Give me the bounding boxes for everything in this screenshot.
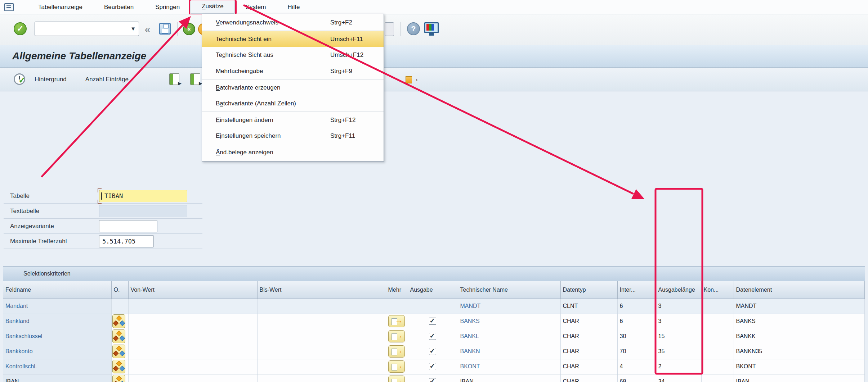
help-icon[interactable]: ? xyxy=(407,22,420,35)
bis-wert-cell[interactable] xyxy=(257,374,386,382)
panel-header: Selektionskriterien xyxy=(3,267,865,281)
menubar-item[interactable]: Zusätze xyxy=(191,1,234,14)
dropdown-menu-item[interactable]: Einstellungen speichern Strg+F11 xyxy=(202,128,384,144)
menubar-item[interactable]: Springen xyxy=(144,1,191,14)
dropdown-menu-item[interactable]: Einstellungen ändern Strg+F12 xyxy=(202,112,384,128)
column-header[interactable]: Datenelement xyxy=(734,281,865,299)
multiple-selection-button[interactable] xyxy=(388,330,405,342)
chevron-down-icon[interactable]: ▼ xyxy=(130,26,136,32)
column-header[interactable]: Feldname xyxy=(3,281,111,299)
ausgabe-cell xyxy=(408,299,458,314)
dropdown-menu-item[interactable]: Batchvariante erzeugen xyxy=(202,79,384,96)
bis-wert-cell[interactable] xyxy=(257,299,386,314)
datenelement-cell: BANKN35 xyxy=(734,344,865,359)
output-checkbox[interactable] xyxy=(429,333,436,340)
von-wert-cell[interactable] xyxy=(128,374,257,382)
menubar-item[interactable]: Tabellenanzeige xyxy=(27,1,93,14)
datenelement-cell: IBAN xyxy=(734,374,865,382)
technischer-name-cell: MANDT xyxy=(458,299,560,314)
ausgabelaenge-cell: 34 xyxy=(656,374,701,382)
selection-options-icon[interactable] xyxy=(112,314,125,328)
form-field-input[interactable] xyxy=(99,205,187,217)
form-field-input[interactable] xyxy=(99,220,157,232)
multiple-selection-button[interactable] xyxy=(388,360,405,373)
menu-item-label: Technische Sicht aus xyxy=(216,51,330,59)
interne-laenge-cell: 30 xyxy=(617,329,656,344)
selection-option-cell xyxy=(111,344,128,359)
bis-wert-cell[interactable] xyxy=(257,359,386,374)
partially-hidden-icon[interactable] xyxy=(385,22,394,36)
von-wert-cell[interactable] xyxy=(128,314,257,329)
von-wert-cell[interactable] xyxy=(128,299,257,314)
selection-criteria-panel: Selektionskriterien FeldnameO.Von-WertBi… xyxy=(3,266,865,382)
execute-background-icon[interactable] xyxy=(14,73,25,85)
column-header[interactable]: O. xyxy=(111,281,128,299)
collapse-icon[interactable]: « xyxy=(145,24,150,35)
column-header[interactable]: Inter... xyxy=(617,281,656,299)
new-session-monitor-icon[interactable] xyxy=(424,22,439,33)
column-header[interactable]: Ausgabelänge xyxy=(656,281,701,299)
form-row: Tabelle xyxy=(4,188,202,204)
back-icon[interactable]: « xyxy=(183,23,195,35)
ausgabelaenge-cell: 2 xyxy=(656,359,701,374)
enter-check-icon[interactable]: ✓ xyxy=(14,22,27,35)
distribute-icon[interactable] xyxy=(405,73,419,86)
table-header-row: FeldnameO.Von-WertBis-WertMehrAusgabeTec… xyxy=(3,281,865,299)
column-header[interactable]: Mehr xyxy=(386,281,408,299)
mehr-cell xyxy=(386,374,408,382)
table-row: Mandant xyxy=(3,299,865,314)
table-contents-alt-icon[interactable] xyxy=(190,73,200,85)
command-field[interactable]: ▼ xyxy=(35,22,139,36)
output-checkbox[interactable] xyxy=(429,348,436,355)
dropdown-menu-item[interactable]: Technische Sicht aus Umsch+F12 xyxy=(202,47,384,63)
column-header[interactable]: Von-Wert xyxy=(128,281,257,299)
selection-options-icon[interactable] xyxy=(112,375,125,382)
datenelement-cell: BKONT xyxy=(734,359,865,374)
von-wert-cell[interactable] xyxy=(128,359,257,374)
column-header[interactable]: Bis-Wert xyxy=(257,281,386,299)
bis-wert-cell[interactable] xyxy=(257,344,386,359)
output-checkbox[interactable] xyxy=(429,318,436,325)
fieldname-cell: Bankschlüssel xyxy=(3,329,111,344)
ausgabe-cell xyxy=(408,329,458,344)
column-header[interactable]: Ausgabe xyxy=(408,281,458,299)
menubar-item[interactable]: Hilfe xyxy=(277,1,310,14)
application-toolbar: HintergrundAnzahl Einträge xyxy=(0,68,868,91)
menubar-item[interactable]: Bearbeiten xyxy=(93,1,144,14)
multiple-selection-button[interactable] xyxy=(388,315,405,327)
form-field-input[interactable] xyxy=(99,190,187,202)
app-toolbar-button[interactable]: Anzahl Einträge xyxy=(85,76,129,83)
dropdown-menu-item[interactable]: Verwendungsnachweis Strg+F2 xyxy=(202,15,384,31)
multiple-selection-button[interactable] xyxy=(388,376,405,382)
ausgabelaenge-cell: 35 xyxy=(656,344,701,359)
save-icon[interactable] xyxy=(159,23,171,35)
multiple-selection-button[interactable] xyxy=(388,345,405,358)
von-wert-cell[interactable] xyxy=(128,329,257,344)
column-header[interactable]: Technischer Name xyxy=(458,281,560,299)
dropdown-menu-item[interactable]: Änd.belege anzeigen xyxy=(202,144,384,160)
selection-options-icon[interactable] xyxy=(112,360,125,373)
app-toolbar-button[interactable]: Hintergrund xyxy=(35,76,67,83)
dropdown-menu-item[interactable]: Batchvariante (Anzahl Zeilen) xyxy=(202,96,384,112)
output-checkbox[interactable] xyxy=(429,378,436,382)
bis-wert-cell[interactable] xyxy=(257,314,386,329)
column-header[interactable]: Kon... xyxy=(701,281,734,299)
konvexit-cell xyxy=(701,299,734,314)
output-checkbox[interactable] xyxy=(429,363,436,370)
column-header[interactable]: Datentyp xyxy=(560,281,617,299)
bis-wert-cell[interactable] xyxy=(257,329,386,344)
table-contents-icon[interactable] xyxy=(169,73,179,85)
konvexit-cell xyxy=(701,359,734,374)
datenelement-cell: MANDT xyxy=(734,299,865,314)
menubar-item[interactable]: System xyxy=(235,1,277,14)
dropdown-menu-item[interactable]: Mehrfacheingabe Strg+F9 xyxy=(202,63,384,79)
von-wert-cell[interactable] xyxy=(128,344,257,359)
sap-window: TabellenanzeigeBearbeitenSpringenZusätze… xyxy=(0,0,868,382)
interne-laenge-cell: 68 xyxy=(617,374,656,382)
dropdown-menu-item[interactable]: Technische Sicht ein Umsch+F11 xyxy=(202,31,384,47)
form-field-input[interactable] xyxy=(99,235,154,247)
selection-options-icon[interactable] xyxy=(112,345,125,358)
interne-laenge-cell: 6 xyxy=(617,299,656,314)
selection-options-icon[interactable] xyxy=(112,329,125,343)
menu-item-label: Batchvariante (Anzahl Zeilen) xyxy=(216,100,330,107)
